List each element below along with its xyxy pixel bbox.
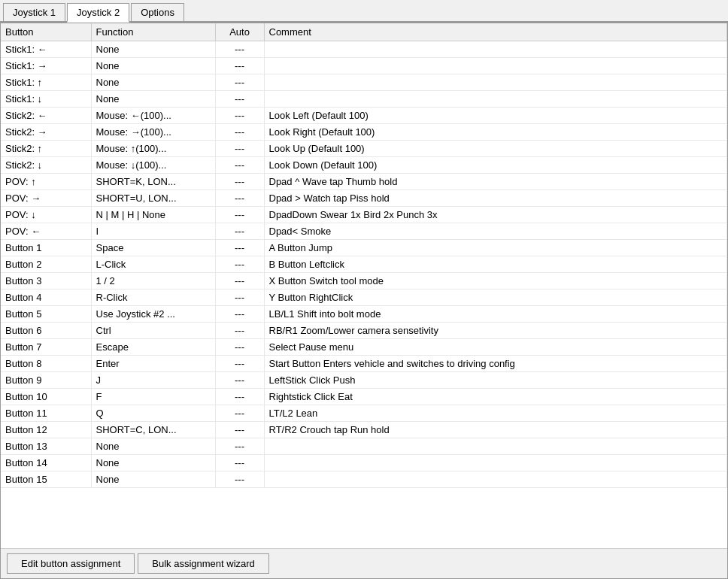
cell-function: None [91,91,215,108]
cell-function: Enter [91,356,215,372]
table-row[interactable]: Stick2: →Mouse: →(100)...---Look Right (… [1,124,727,141]
cell-button: Button 6 [1,323,91,339]
cell-auto: --- [215,405,264,422]
tab-joystick2[interactable]: Joystick 2 [67,3,129,23]
table-row[interactable]: Stick2: ↑Mouse: ↑(100)...---Look Up (Def… [1,141,727,157]
cell-auto: --- [215,240,264,256]
cell-comment: Dpad > Watch tap Piss hold [264,190,727,207]
table-row[interactable]: Stick1: ↓None--- [1,91,727,108]
cell-auto: --- [215,207,264,223]
cell-function: Space [91,240,215,256]
cell-auto: --- [215,124,264,141]
table-row[interactable]: Button 14None--- [1,455,727,471]
cell-function: None [91,58,215,74]
cell-comment: Look Left (Default 100) [264,108,727,124]
edit-button-assignment-button[interactable]: Edit button assignment [7,553,135,574]
cell-auto: --- [215,455,264,471]
cell-function: Mouse: →(100)... [91,124,215,141]
table-row[interactable]: Button 6Ctrl---RB/R1 Zoom/Lower camera s… [1,323,727,339]
cell-function: Mouse: ↓(100)... [91,157,215,174]
cell-auto: --- [215,141,264,157]
cell-auto: --- [215,372,264,389]
cell-function: None [91,471,215,488]
cell-function: SHORT=K, LON... [91,174,215,190]
table-row[interactable]: Stick1: →None--- [1,58,727,74]
cell-auto: --- [215,438,264,455]
cell-auto: --- [215,58,264,74]
cell-auto: --- [215,306,264,323]
cell-function: Escape [91,339,215,356]
cell-function: None [91,41,215,58]
cell-comment: RB/R1 Zoom/Lower camera sensetivity [264,323,727,339]
cell-comment: B Button Leftclick [264,256,727,273]
table-row[interactable]: Stick1: ↑None--- [1,74,727,91]
cell-comment: LT/L2 Lean [264,405,727,422]
cell-button: Stick1: ← [1,41,91,58]
cell-function: 1 / 2 [91,273,215,290]
table-row[interactable]: Button 9J---LeftStick Click Push [1,372,727,389]
cell-auto: --- [215,108,264,124]
cell-function: J [91,372,215,389]
cell-auto: --- [215,273,264,290]
cell-button: Stick1: ↓ [1,91,91,108]
table-row[interactable]: POV: ←I---Dpad< Smoke [1,223,727,240]
tab-joystick1[interactable]: Joystick 1 [3,3,65,21]
cell-auto: --- [215,41,264,58]
table-row[interactable]: Button 2L-Click---B Button Leftclick [1,256,727,273]
table-row[interactable]: POV: ↓N | M | H | None---DpadDown Swear … [1,207,727,223]
cell-auto: --- [215,339,264,356]
tab-bar: Joystick 1 Joystick 2 Options [0,0,728,23]
cell-comment: Dpad< Smoke [264,223,727,240]
cell-function: Use Joystick #2 ... [91,306,215,323]
cell-function: None [91,74,215,91]
table-row[interactable]: Button 10F---Rightstick Click Eat [1,389,727,405]
table-row[interactable]: Button 15None--- [1,471,727,488]
table-row[interactable]: Button 1Space---A Button Jump [1,240,727,256]
cell-auto: --- [215,422,264,438]
table-row[interactable]: Button 11Q---LT/L2 Lean [1,405,727,422]
bulk-assignment-wizard-button[interactable]: Bulk assignment wizard [138,553,269,574]
cell-button: Stick2: → [1,124,91,141]
table-row[interactable]: Stick2: ←Mouse: ←(100)...---Look Left (D… [1,108,727,124]
cell-button: Stick1: → [1,58,91,74]
table-row[interactable]: POV: ↑SHORT=K, LON...---Dpad ^ Wave tap … [1,174,727,190]
cell-function: Q [91,405,215,422]
cell-auto: --- [215,290,264,306]
table-row[interactable]: Button 4R-Click---Y Button RightClick [1,290,727,306]
table-row[interactable]: Button 5Use Joystick #2 ...---LB/L1 Shif… [1,306,727,323]
cell-button: Stick2: ↓ [1,157,91,174]
cell-button: Button 15 [1,471,91,488]
cell-comment: LeftStick Click Push [264,372,727,389]
cell-comment: X Button Switch tool mode [264,273,727,290]
table-row[interactable]: Button 8Enter---Start Button Enters vehi… [1,356,727,372]
table-row[interactable]: Stick1: ←None--- [1,41,727,58]
table-row[interactable]: Button 12SHORT=C, LON...---RT/R2 Crouch … [1,422,727,438]
cell-comment: Dpad ^ Wave tap Thumb hold [264,174,727,190]
table-row[interactable]: Button 7Escape---Select Pause menu [1,339,727,356]
tab-options[interactable]: Options [131,3,184,21]
cell-button: Stick2: ← [1,108,91,124]
cell-button: Stick2: ↑ [1,141,91,157]
cell-comment [264,438,727,455]
cell-comment [264,41,727,58]
cell-function: None [91,455,215,471]
table-row[interactable]: Button 31 / 2---X Button Switch tool mod… [1,273,727,290]
assignments-table: Button Function Auto Comment Stick1: ←No… [1,23,727,488]
table-wrapper[interactable]: Button Function Auto Comment Stick1: ←No… [1,23,727,548]
cell-comment: Y Button RightClick [264,290,727,306]
cell-button: Button 13 [1,438,91,455]
cell-button: Button 11 [1,405,91,422]
cell-comment: Select Pause menu [264,339,727,356]
table-row[interactable]: POV: →SHORT=U, LON...---Dpad > Watch tap… [1,190,727,207]
cell-auto: --- [215,471,264,488]
table-row[interactable]: Button 13None--- [1,438,727,455]
cell-comment: Look Right (Default 100) [264,124,727,141]
cell-auto: --- [215,356,264,372]
cell-function: R-Click [91,290,215,306]
cell-button: Button 8 [1,356,91,372]
cell-button: POV: ↓ [1,207,91,223]
cell-button: POV: ← [1,223,91,240]
table-row[interactable]: Stick2: ↓Mouse: ↓(100)...---Look Down (D… [1,157,727,174]
cell-auto: --- [215,323,264,339]
cell-function: I [91,223,215,240]
